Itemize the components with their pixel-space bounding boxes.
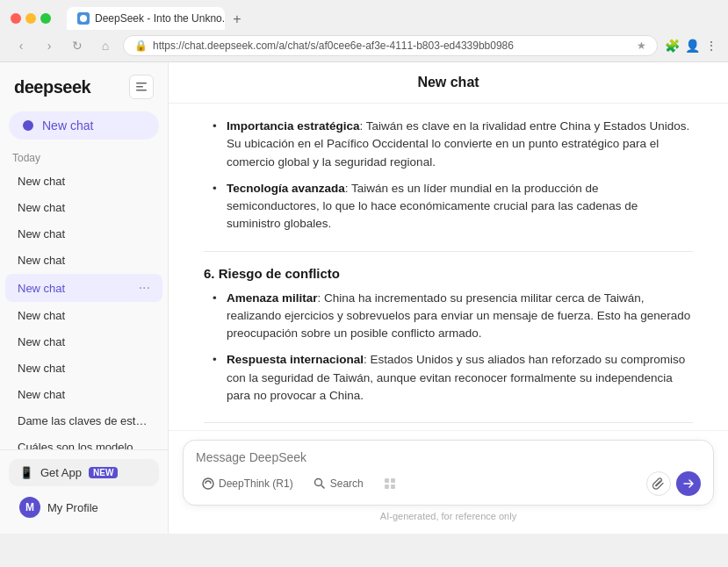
sidebar-item[interactable]: New chat xyxy=(5,303,162,328)
content-section-conflict: 6. Riesgo de conflicto Amenaza militar: … xyxy=(204,266,693,406)
deep-think-label: DeepThink (R1) xyxy=(219,477,293,490)
chat-title: New chat xyxy=(169,62,728,104)
url-text: https://chat.deepseek.com/a/chat/s/af0ce… xyxy=(153,39,631,52)
sidebar-item-label: New chat xyxy=(18,254,150,267)
attach-button[interactable] xyxy=(646,471,671,496)
close-button[interactable] xyxy=(11,13,21,24)
sidebar-item[interactable]: New chat xyxy=(5,248,162,273)
sidebar-item-label: Cuáles son los modelos actuale... xyxy=(18,441,150,449)
sidebar-item-label: New chat xyxy=(18,335,150,348)
chat-input-area: DeepThink (R1) Search xyxy=(169,430,728,534)
sidebar-item-label: New chat xyxy=(18,175,150,188)
sidebar-item-label: New chat xyxy=(18,362,150,375)
sidebar-item[interactable]: New chat xyxy=(5,355,162,381)
send-button[interactable] xyxy=(676,471,701,496)
chat-body[interactable]: Importancia estratégica: Taiwán es clave… xyxy=(169,104,728,430)
sidebar-item[interactable]: New chat xyxy=(5,329,162,355)
sidebar-item[interactable]: New chat xyxy=(5,221,162,247)
input-actions: DeepThink (R1) Search xyxy=(196,471,701,496)
sidebar: deepseek New chat Today New chat New cha… xyxy=(0,62,169,534)
sidebar-item[interactable]: New chat xyxy=(5,169,162,194)
maximize-button[interactable] xyxy=(40,13,51,24)
get-app-button[interactable]: 📱 Get App NEW xyxy=(9,459,159,486)
input-right-buttons xyxy=(646,471,701,496)
bullet-item: Importancia estratégica: Taiwán es clave… xyxy=(213,118,693,171)
new-chat-button[interactable]: New chat xyxy=(9,111,159,140)
sidebar-item-label: New chat xyxy=(18,282,139,295)
item-options-icon[interactable]: ··· xyxy=(139,280,150,296)
phone-icon: 📱 xyxy=(19,466,33,479)
browser-tab[interactable]: DeepSeek - Into the Unkno... ✕ xyxy=(67,7,225,30)
svg-point-0 xyxy=(80,15,87,22)
sidebar-item-label: New chat xyxy=(18,309,150,322)
sidebar-item-label: New chat xyxy=(18,388,150,401)
section-divider xyxy=(204,422,693,423)
tab-title: DeepSeek - Into the Unkno... xyxy=(95,12,225,25)
refresh-button[interactable]: ↻ xyxy=(67,35,88,56)
main-content: New chat Importancia estratégica: Taiwán… xyxy=(169,62,728,534)
sidebar-item[interactable]: New chat xyxy=(5,195,162,220)
sidebar-item[interactable]: Cuáles son los modelos actuale... xyxy=(5,434,162,449)
search-label: Search xyxy=(330,477,364,490)
tab-favicon xyxy=(77,12,90,25)
new-badge: NEW xyxy=(89,467,118,478)
section-heading: 6. Riesgo de conflicto xyxy=(204,266,693,281)
grid-icon-button[interactable] xyxy=(378,473,402,494)
sidebar-item[interactable]: New chat xyxy=(5,382,162,407)
section-today-label: Today xyxy=(0,148,168,168)
svg-rect-8 xyxy=(385,484,389,489)
sidebar-item-active[interactable]: New chat ··· xyxy=(5,274,162,302)
bullet-item: Tecnología avanzada: Taiwán es un líder … xyxy=(213,180,693,233)
address-bar[interactable]: 🔒 https://chat.deepseek.com/a/chat/s/af0… xyxy=(123,35,658,56)
svg-point-5 xyxy=(314,479,321,486)
deep-think-button[interactable]: DeepThink (R1) xyxy=(196,473,299,494)
new-tab-button[interactable]: + xyxy=(227,9,248,30)
message-input[interactable] xyxy=(196,450,701,464)
minimize-button[interactable] xyxy=(25,13,36,24)
sidebar-item-label: New chat xyxy=(18,227,150,240)
new-chat-label: New chat xyxy=(42,118,93,133)
section-divider xyxy=(204,251,693,252)
sidebar-item-label: New chat xyxy=(18,201,150,214)
sidebar-item-label: Dame las claves de este artícu... xyxy=(18,414,150,427)
search-button[interactable]: Search xyxy=(307,473,369,494)
profile-icon[interactable]: 👤 xyxy=(685,39,700,53)
forward-button[interactable]: › xyxy=(39,35,60,56)
sidebar-toggle-button[interactable] xyxy=(129,75,154,99)
profile-button[interactable]: M My Profile xyxy=(9,490,159,525)
bullet-item: Amenaza militar: China ha incrementado s… xyxy=(213,290,693,343)
get-app-label: Get App xyxy=(40,466,82,479)
menu-icon[interactable]: ⋮ xyxy=(705,39,717,53)
svg-rect-7 xyxy=(391,478,395,483)
home-button[interactable]: ⌂ xyxy=(95,35,116,56)
content-section-strategic: Importancia estratégica: Taiwán es clave… xyxy=(204,118,693,233)
avatar: M xyxy=(19,497,40,518)
svg-rect-6 xyxy=(385,478,389,483)
svg-rect-1 xyxy=(136,83,147,84)
input-box: DeepThink (R1) Search xyxy=(183,440,714,506)
svg-rect-3 xyxy=(136,90,147,91)
svg-point-4 xyxy=(203,478,213,489)
extensions-icon[interactable]: 🧩 xyxy=(665,39,680,53)
back-button[interactable]: ‹ xyxy=(11,35,32,56)
svg-rect-9 xyxy=(391,484,395,489)
svg-rect-2 xyxy=(136,86,143,88)
sidebar-item[interactable]: Dame las claves de este artícu... xyxy=(5,408,162,434)
bullet-item: Respuesta internacional: Estados Unidos … xyxy=(213,351,693,405)
sidebar-items-list: New chat New chat New chat New chat New … xyxy=(0,168,168,449)
profile-label: My Profile xyxy=(47,501,98,514)
ai-disclaimer: AI-generated, for reference only xyxy=(183,511,714,521)
app-logo: deepseek xyxy=(14,77,90,97)
